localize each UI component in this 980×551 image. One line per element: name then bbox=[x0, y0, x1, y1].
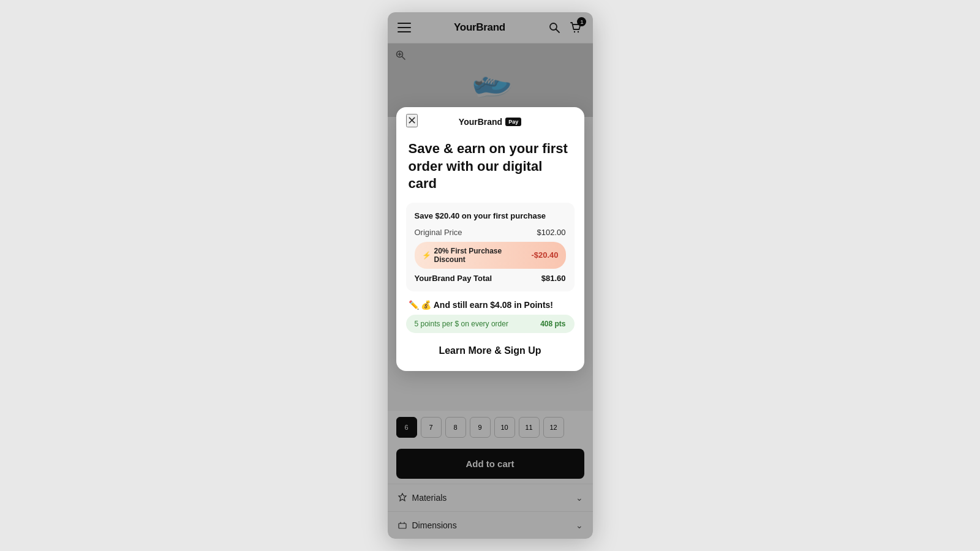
original-price-value: $102.00 bbox=[537, 228, 566, 237]
savings-header: Save $20.40 on your first purchase bbox=[415, 211, 566, 220]
points-chip: 5 points per $ on every order 408 pts bbox=[406, 315, 575, 333]
points-earned: 408 pts bbox=[540, 320, 565, 328]
earn-text: ✏️ 💰 And still earn $4.08 in Points! bbox=[396, 291, 584, 315]
total-value: $81.60 bbox=[541, 274, 566, 283]
discount-label: ⚡ 20% First Purchase Discount bbox=[422, 247, 532, 264]
lightning-icon: ⚡ bbox=[422, 251, 431, 260]
savings-card: Save $20.40 on your first purchase Origi… bbox=[406, 203, 575, 291]
total-label: YourBrand Pay Total bbox=[415, 274, 492, 283]
points-per-dollar: 5 points per $ on every order bbox=[415, 320, 508, 328]
original-price-label: Original Price bbox=[415, 228, 462, 237]
phone-frame: YourBrand 1 bbox=[388, 12, 593, 539]
modal-close-button[interactable]: ✕ bbox=[406, 114, 418, 127]
learn-more-signup-button[interactable]: Learn More & Sign Up bbox=[406, 345, 575, 356]
modal-title: Save & earn on your first order with our… bbox=[396, 134, 584, 203]
total-row: YourBrand Pay Total $81.60 bbox=[415, 274, 566, 283]
promo-modal: ✕ YourBrand Pay Save & earn on your firs… bbox=[396, 107, 584, 371]
original-price-row: Original Price $102.00 bbox=[415, 228, 566, 237]
modal-brand-logo: YourBrand Pay bbox=[459, 117, 521, 127]
discount-value: -$20.40 bbox=[531, 250, 558, 260]
modal-header: ✕ YourBrand Pay bbox=[396, 107, 584, 134]
pay-badge: Pay bbox=[505, 118, 521, 126]
discount-row: ⚡ 20% First Purchase Discount -$20.40 bbox=[415, 242, 566, 269]
